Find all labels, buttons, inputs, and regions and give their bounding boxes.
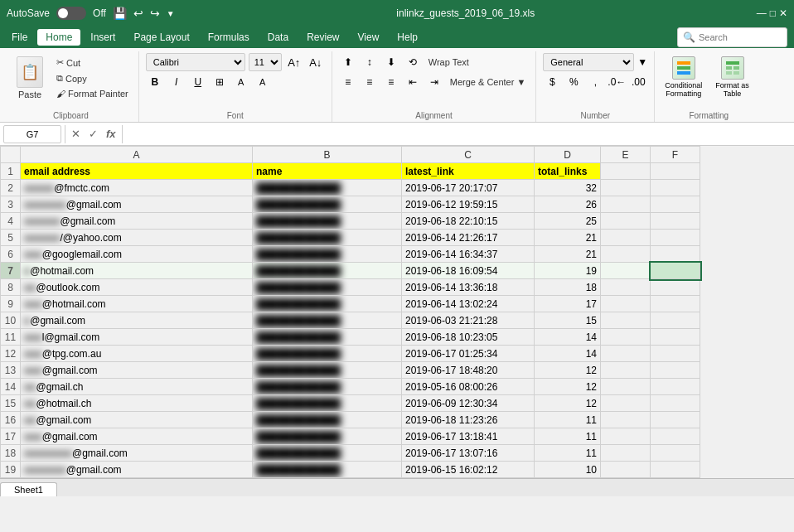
cell-a8[interactable]: ●●@outlook.com	[21, 279, 253, 296]
cell-c7[interactable]: 2019-06-18 16:09:54	[402, 263, 535, 279]
italic-button[interactable]: I	[167, 73, 186, 91]
cell-f8[interactable]	[651, 279, 700, 296]
cell-d12[interactable]: 14	[535, 346, 601, 362]
cell-e10[interactable]	[601, 312, 651, 329]
maximize-btn[interactable]: □	[770, 7, 776, 19]
cell-f12[interactable]	[651, 346, 700, 362]
cell-b10[interactable]: ████████████	[253, 312, 402, 329]
cell-d3[interactable]: 26	[535, 196, 601, 213]
align-center-btn[interactable]: ≡	[361, 73, 379, 91]
conditional-formatting-btn[interactable]: ConditionalFormatting	[661, 53, 705, 101]
cell-c1[interactable]: latest_link	[402, 163, 535, 180]
redo-icon[interactable]: ↪	[150, 7, 160, 20]
cell-f11[interactable]	[651, 329, 700, 346]
menu-formulas[interactable]: Formulas	[200, 29, 258, 46]
menu-help[interactable]: Help	[389, 29, 426, 46]
cell-b5[interactable]: ████████████	[253, 230, 402, 246]
cell-e2[interactable]	[601, 180, 651, 196]
cell-f6[interactable]	[651, 246, 700, 263]
cell-c11[interactable]: 2019-06-18 10:23:05	[402, 329, 535, 346]
cell-f19[interactable]	[651, 462, 700, 478]
cell-a13[interactable]: ●●●@gmail.com	[21, 362, 253, 379]
cell-e15[interactable]	[601, 395, 651, 412]
wrap-text-btn[interactable]: Wrap Text	[425, 56, 472, 69]
cell-c14[interactable]: 2019-05-16 08:00:26	[402, 379, 535, 395]
cell-e17[interactable]	[601, 428, 651, 445]
merge-center-btn[interactable]: Merge & Center ▼	[447, 75, 530, 89]
cell-c4[interactable]: 2019-06-18 22:10:15	[402, 213, 535, 230]
cell-d5[interactable]: 21	[535, 230, 601, 246]
cell-b3[interactable]: ████████████	[253, 196, 402, 213]
cell-e7[interactable]	[601, 263, 651, 279]
underline-button[interactable]: U	[189, 73, 207, 91]
menu-insert[interactable]: Insert	[82, 29, 123, 46]
cell-a2[interactable]: ●●●●●@fmctc.com	[21, 180, 253, 196]
cell-f5[interactable]	[651, 230, 700, 246]
cell-a11[interactable]: ●●●l@gmail.com	[21, 329, 253, 346]
cell-c17[interactable]: 2019-06-17 13:18:41	[402, 428, 535, 445]
cell-c13[interactable]: 2019-06-17 18:48:20	[402, 362, 535, 379]
cell-a18[interactable]: ●●●●●●●●@gmail.com	[21, 445, 253, 462]
cell-f3[interactable]	[651, 196, 700, 213]
menu-file[interactable]: File	[3, 29, 36, 46]
cell-d10[interactable]: 15	[535, 312, 601, 329]
text-direction-btn[interactable]: ⟲	[404, 53, 422, 71]
format-as-table-btn[interactable]: Format asTable	[712, 53, 753, 101]
copy-button[interactable]: ⧉ Copy	[53, 71, 132, 85]
cell-b2[interactable]: ████████████	[253, 180, 402, 196]
cell-e5[interactable]	[601, 230, 651, 246]
close-btn[interactable]: ✕	[779, 7, 787, 19]
font-size-select[interactable]: 11	[249, 53, 282, 71]
cell-e1[interactable]	[601, 163, 651, 180]
cell-d18[interactable]: 11	[535, 445, 601, 462]
cell-f1[interactable]	[651, 163, 700, 180]
sheet-tab-1[interactable]: Sheet1	[0, 482, 57, 496]
cell-reference-box[interactable]	[3, 125, 61, 143]
cell-c10[interactable]: 2019-06-03 21:21:28	[402, 312, 535, 329]
cell-f2[interactable]	[651, 180, 700, 196]
bold-button[interactable]: B	[146, 73, 164, 91]
cell-a15[interactable]: ●●@hotmail.ch	[21, 395, 253, 412]
cell-a4[interactable]: ●●●●●●@gmail.com	[21, 213, 253, 230]
cell-c8[interactable]: 2019-06-14 13:36:18	[402, 279, 535, 296]
cell-f7[interactable]	[651, 263, 700, 279]
cell-d4[interactable]: 25	[535, 213, 601, 230]
cell-b19[interactable]: ████████████	[253, 462, 402, 478]
formula-confirm-btn[interactable]: ✓	[86, 128, 100, 140]
cell-b13[interactable]: ████████████	[253, 362, 402, 379]
cell-a7[interactable]: ●@hotmail.com	[21, 263, 253, 279]
cell-e16[interactable]	[601, 412, 651, 428]
cell-a10[interactable]: ●@gmail.com	[21, 312, 253, 329]
decrease-indent-btn[interactable]: ⇤	[404, 73, 422, 91]
paste-button[interactable]: 📋 Paste	[10, 53, 50, 103]
cell-c6[interactable]: 2019-06-14 16:34:37	[402, 246, 535, 263]
cell-b15[interactable]: ████████████	[253, 395, 402, 412]
cell-a17[interactable]: ●●●@gmail.com	[21, 428, 253, 445]
cell-b11[interactable]: ████████████	[253, 329, 402, 346]
align-middle-btn[interactable]: ↕	[361, 53, 379, 71]
cell-c3[interactable]: 2019-06-12 19:59:15	[402, 196, 535, 213]
increase-font-btn[interactable]: A↑	[285, 53, 303, 71]
cell-d15[interactable]: 12	[535, 395, 601, 412]
cell-b8[interactable]: ████████████	[253, 279, 402, 296]
search-container[interactable]: 🔍	[677, 27, 787, 47]
cell-b12[interactable]: ████████████	[253, 346, 402, 362]
cell-b4[interactable]: ████████████	[253, 213, 402, 230]
cell-d6[interactable]: 21	[535, 246, 601, 263]
cell-c16[interactable]: 2019-06-18 11:23:26	[402, 412, 535, 428]
cell-c2[interactable]: 2019-06-17 20:17:07	[402, 180, 535, 196]
cell-b1[interactable]: name	[253, 163, 402, 180]
cell-d19[interactable]: 10	[535, 462, 601, 478]
cell-e13[interactable]	[601, 362, 651, 379]
cell-f16[interactable]	[651, 412, 700, 428]
cell-f10[interactable]	[651, 312, 700, 329]
menu-home[interactable]: Home	[37, 29, 80, 46]
align-left-btn[interactable]: ≡	[339, 73, 357, 91]
cell-d11[interactable]: 14	[535, 329, 601, 346]
cell-e6[interactable]	[601, 246, 651, 263]
percent-btn[interactable]: %	[564, 73, 583, 91]
align-bottom-btn[interactable]: ⬇	[382, 53, 400, 71]
formula-input[interactable]	[126, 125, 791, 143]
menu-data[interactable]: Data	[259, 29, 297, 46]
number-format-select[interactable]: General	[543, 53, 634, 71]
